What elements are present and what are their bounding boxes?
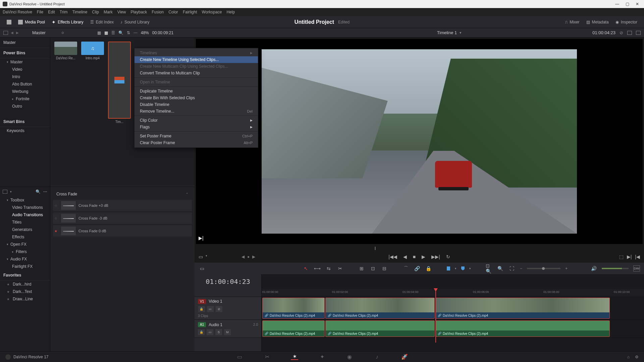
match-frame-icon[interactable]: ▭ xyxy=(199,254,203,259)
first-frame-button[interactable]: |◀◀ xyxy=(388,254,397,259)
zoom-custom-icon[interactable]: ⛶ xyxy=(508,265,515,272)
power-bins-header[interactable]: Power Bins xyxy=(0,48,50,58)
bin-view-icon[interactable] xyxy=(3,31,8,35)
video-clip[interactable]: 🔗DaVinci Resolve Clips (2).mp4 xyxy=(325,298,435,319)
sidebar-item-outro[interactable]: Outro xyxy=(0,103,50,110)
view-sheet-icon[interactable]: ▦ xyxy=(97,31,101,35)
timeline-view-icon[interactable]: ▭ xyxy=(199,265,205,272)
edit-page-icon[interactable]: ✶ xyxy=(291,354,298,360)
menu-playback[interactable]: Playback xyxy=(130,10,147,14)
sidebar-item-abo[interactable]: Abo Button xyxy=(0,80,50,88)
favorite-item[interactable]: ★Dark...Text xyxy=(0,288,50,295)
zoom-detail-icon[interactable]: 🔍 xyxy=(497,265,504,272)
menu-timeline[interactable]: Timeline xyxy=(72,10,87,14)
zoom-minus[interactable]: − xyxy=(520,266,522,271)
track-lock-button[interactable]: 🔒 xyxy=(198,306,205,312)
audio-track-badge[interactable]: A1 xyxy=(198,322,206,327)
effects-category-header[interactable]: Cross Fade ⌃ xyxy=(53,190,192,198)
sidebar-item-werbung[interactable]: Werbung xyxy=(0,88,50,95)
in-out-icon[interactable]: ⬚ xyxy=(619,254,624,259)
sort-icon[interactable]: ⇅ xyxy=(127,31,130,35)
marker-dot-icon[interactable]: ● xyxy=(247,254,250,259)
play-button[interactable]: ▶ xyxy=(422,254,425,259)
collapse-icon[interactable]: ⌃ xyxy=(186,192,189,196)
track-frame-button[interactable]: ▭ xyxy=(207,306,214,312)
menu-edit[interactable]: Edit xyxy=(48,10,55,14)
view-list-icon[interactable]: ☰ xyxy=(111,31,115,35)
effect-item[interactable]: ☆Cross Fade +3 dB xyxy=(53,200,192,211)
favorite-item[interactable]: ★Dark...hird xyxy=(0,281,50,288)
context-menu-item[interactable]: Disable Timeline xyxy=(135,101,258,108)
deliver-page-icon[interactable]: 🚀 xyxy=(401,354,408,360)
replace-tool[interactable]: ⊟ xyxy=(381,265,388,272)
audio-clip[interactable]: 🔗DaVinci Resolve Clips (2).mp4 xyxy=(435,320,610,337)
close-button[interactable]: ✕ xyxy=(635,2,639,6)
audio-track-header[interactable]: A1 Audio 1 2.0 🔒 ▭ S M xyxy=(195,320,261,338)
effects-toolbox[interactable]: ▾Toolbox xyxy=(0,196,50,204)
edit-index-toggle[interactable]: ☰Edit Index xyxy=(87,18,117,26)
clip-thumb[interactable]: DaVinci Re... xyxy=(54,42,77,60)
sidebar-item-intro[interactable]: Intro xyxy=(0,73,50,80)
timeline-name-dropdown[interactable]: Timeline 1 ▼ xyxy=(437,30,462,35)
stop-button[interactable]: ■ xyxy=(413,254,416,259)
context-menu-item[interactable]: Create New Timeline Using Selected Clips… xyxy=(135,56,258,63)
playhead[interactable] xyxy=(435,289,436,343)
timeline-ruler[interactable]: 01:00:00:00 01:00:02:00 01:00:04:00 01:0… xyxy=(262,289,644,297)
media-page-icon[interactable]: ▭ xyxy=(236,354,243,360)
last-frame-button[interactable]: ▶▶| xyxy=(431,254,440,259)
context-menu-item[interactable]: Set Poster FrameCtrl+P xyxy=(135,133,258,139)
effect-item[interactable]: ★Cross Fade 0 dB xyxy=(53,225,192,237)
effect-item[interactable]: ☆Cross Fade -3 dB xyxy=(53,213,192,224)
menu-workspace[interactable]: Workspace xyxy=(202,10,222,14)
context-menu-item[interactable]: Clip Color▶ xyxy=(135,117,258,124)
video-track-header[interactable]: V1 Video 1 🔒 ▭ ⊘ 3 Clips xyxy=(195,297,261,320)
effects-titles[interactable]: Titles xyxy=(0,219,50,226)
prev-edit-icon[interactable]: ◀ xyxy=(241,254,245,259)
volume-icon[interactable]: 🔊 xyxy=(590,265,597,272)
metadata-toggle[interactable]: ▤Metadata xyxy=(583,18,612,26)
effects-generators[interactable]: Generators xyxy=(0,226,50,233)
menu-fusion[interactable]: Fusion xyxy=(152,10,164,14)
dual-viewer-icon[interactable] xyxy=(636,31,641,35)
menu-color[interactable]: Color xyxy=(168,10,178,14)
track-solo-button[interactable]: S xyxy=(215,329,222,335)
color-page-icon[interactable]: ◉ xyxy=(346,354,353,360)
maximize-button[interactable]: ▢ xyxy=(625,2,629,6)
trim-tool[interactable]: ⟷ xyxy=(314,265,321,272)
view-grid-icon[interactable]: ▦ xyxy=(104,31,108,35)
video-track-badge[interactable]: V1 xyxy=(198,299,206,304)
bypass-icon[interactable]: ⊘ xyxy=(620,30,623,35)
layout-toggle[interactable] xyxy=(3,18,15,26)
mixer-toggle[interactable]: ⎍Mixer xyxy=(562,18,583,26)
inspector-toggle[interactable]: ◉Inspector xyxy=(612,18,641,26)
video-clip[interactable]: 🔗DaVinci Resolve Clips (2).mp4 xyxy=(262,298,325,319)
overwrite-tool[interactable]: ⊡ xyxy=(370,265,376,272)
search-icon[interactable]: 🔍 xyxy=(36,189,41,194)
sound-library-toggle[interactable]: ♪Sound Library xyxy=(117,18,153,26)
link-icon[interactable]: 🔗 xyxy=(414,265,421,272)
video-track-row[interactable]: 🔗DaVinci Resolve Clips (2).mp4 🔗DaVinci … xyxy=(262,297,644,320)
fairlight-page-icon[interactable]: ♪ xyxy=(373,354,381,360)
minimize-button[interactable]: — xyxy=(615,2,619,6)
track-frame-button[interactable]: ▭ xyxy=(207,329,213,335)
options-icon[interactable]: ⋯ xyxy=(133,31,138,35)
favorite-item[interactable]: ★Draw...Line xyxy=(0,295,50,303)
options-icon[interactable]: ⋯ xyxy=(43,189,47,194)
loop-button[interactable]: ↻ xyxy=(446,254,450,259)
marker-icon[interactable] xyxy=(461,266,465,270)
zoom-slider[interactable] xyxy=(527,268,560,269)
effects-view-icon[interactable] xyxy=(3,190,7,194)
zoom-value[interactable]: 48% xyxy=(141,31,149,35)
blade-tool[interactable]: ✂ xyxy=(337,265,343,272)
cut-page-icon[interactable]: ✂ xyxy=(263,354,271,360)
effects-effects[interactable]: Effects xyxy=(0,233,50,241)
clip-thumb[interactable]: ♫ Intro.mp4 xyxy=(81,42,104,60)
context-menu-item[interactable]: Convert Timeline to Multicam Clip xyxy=(135,70,258,76)
volume-slider[interactable] xyxy=(602,268,629,269)
effects-audiofx[interactable]: ▾Audio FX xyxy=(0,255,50,263)
single-viewer-icon[interactable] xyxy=(627,31,632,35)
sidebar-item-fortnite[interactable]: ▸Fortnite xyxy=(0,95,50,103)
track-disable-button[interactable]: ⊘ xyxy=(216,306,222,312)
menu-clip[interactable]: Clip xyxy=(92,10,99,14)
settings-icon[interactable]: ⚙ xyxy=(635,355,639,359)
